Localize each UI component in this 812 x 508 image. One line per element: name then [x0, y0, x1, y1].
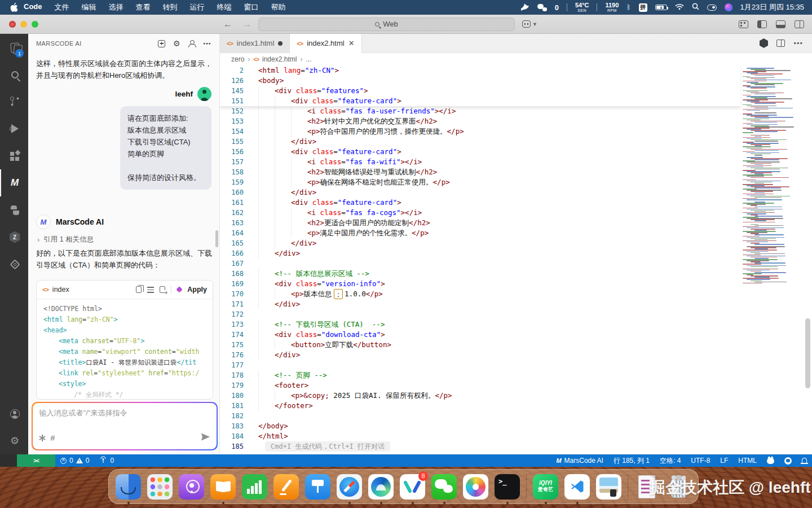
menu-item-4[interactable]: 查看 — [136, 2, 151, 12]
editor-scrollbar[interactable] — [804, 65, 812, 454]
code-line[interactable]: 158<h2>智能网络错误处理与重试机制</h2> — [220, 167, 740, 177]
menu-item-0[interactable]: Code — [24, 2, 42, 12]
dock-item-keynote[interactable] — [305, 474, 330, 500]
code-line[interactable]: 145<div class="features"> — [220, 86, 740, 96]
code-line[interactable]: 169<div class="version-info"> — [220, 279, 740, 289]
code-line[interactable]: 183</body> — [220, 421, 740, 431]
send-icon[interactable] — [201, 432, 210, 444]
reference-toggle[interactable]: › 引用 1 相关信息 — [37, 235, 94, 244]
menu-clock[interactable]: 1月23日 周四 15:35 — [740, 2, 804, 12]
code-line[interactable]: 151<div class="feature-card"> — [220, 96, 740, 106]
close-icon[interactable]: ✕ — [348, 39, 355, 47]
ring-zero-icon[interactable]: 0 — [555, 3, 559, 12]
zoom-window-button[interactable] — [32, 21, 38, 28]
ports-indicator[interactable]: 0 — [94, 456, 119, 465]
copilot-cat-icon[interactable] — [762, 458, 779, 464]
siri-icon[interactable] — [725, 3, 732, 11]
dock-item-numbers[interactable] — [242, 474, 267, 500]
breadcrumb-folder[interactable]: zero — [231, 55, 244, 63]
context-hash-icon[interactable]: # — [51, 433, 55, 443]
control-center-icon[interactable] — [707, 5, 717, 11]
code-line[interactable]: 172 — [220, 309, 740, 319]
code-line[interactable]: 166</div> — [220, 248, 740, 259]
dove-icon[interactable] — [520, 3, 529, 12]
breadcrumb-file[interactable]: index2.html — [262, 55, 297, 63]
code-line[interactable]: 167 — [220, 259, 740, 269]
code-line[interactable]: 176</div> — [220, 350, 740, 360]
dock-item-edge[interactable] — [368, 474, 394, 500]
code-line[interactable]: 180<p>&copy; 2025 口袋AI. 保留所有权利。</p> — [220, 391, 740, 401]
dock-item-podcasts[interactable] — [179, 474, 204, 500]
share-user-icon[interactable] — [188, 40, 195, 47]
status-indentation[interactable]: 空格: 4 — [655, 456, 686, 466]
status-eol[interactable]: LF — [715, 457, 733, 465]
status-encoding[interactable]: UTF-8 — [686, 457, 715, 465]
split-editor-icon[interactable] — [776, 40, 785, 47]
wechat-menu-icon[interactable] — [537, 4, 547, 11]
code-line[interactable]: 173<!-- 下载引导区域 (CTA) --> — [220, 319, 740, 330]
command-center-search[interactable]: Web — [258, 17, 515, 31]
code-line[interactable]: 2<html lang="zh-CN"> — [220, 65, 740, 76]
dock-item-preview[interactable] — [596, 474, 621, 500]
sidebar-item-source-control[interactable] — [0, 88, 28, 115]
tab-index2[interactable]: <> index2.html ✕ — [290, 34, 361, 53]
tab-index1[interactable]: <> index1.html — [220, 34, 290, 52]
manage-button[interactable]: ⚙ — [0, 427, 28, 454]
menu-item-8[interactable]: 窗口 — [244, 2, 259, 12]
code-line[interactable]: 156<div class="feature-card"> — [220, 147, 740, 157]
code-area[interactable]: 2<html lang="zh-CN">126<body>145<div cla… — [220, 65, 812, 454]
code-line[interactable]: 159<p>确保在网络不稳定时也能正常使用。</p> — [220, 177, 740, 187]
menu-item-7[interactable]: 终端 — [217, 2, 232, 12]
menu-item-6[interactable]: 运行 — [190, 2, 205, 12]
battery-icon[interactable] — [655, 5, 667, 10]
wifi-icon[interactable] — [675, 3, 684, 12]
code-line[interactable]: 160</div> — [220, 187, 740, 198]
sidebar-item-marscode[interactable]: M — [0, 169, 28, 196]
code-line[interactable]: 181</footer> — [220, 401, 740, 411]
dock-item-launchpad[interactable] — [147, 474, 173, 500]
spotlight-icon[interactable] — [692, 3, 699, 12]
menu-item-9[interactable]: 帮助 — [271, 2, 286, 12]
problems-indicator[interactable]: 0 0 — [55, 457, 94, 465]
sidebar-item-hexagon-extension[interactable]: Z — [0, 224, 28, 251]
copilot-menu[interactable]: ▼ — [522, 20, 537, 28]
dock-item-photos[interactable] — [463, 474, 488, 500]
sidebar-item-knot-extension[interactable] — [0, 251, 28, 278]
dock-item-wechat[interactable] — [431, 474, 457, 500]
sidebar-item-python[interactable] — [0, 196, 28, 224]
menu-item-3[interactable]: 选择 — [109, 2, 123, 12]
apple-logo-icon[interactable] — [10, 3, 18, 12]
breadcrumb-symbol[interactable]: ... — [306, 55, 311, 63]
extension-circle-icon[interactable] — [779, 457, 797, 465]
code-line[interactable]: 153<h2>针对中文用户优化的交互界面</h2> — [220, 116, 740, 126]
sidebar-item-extensions[interactable] — [0, 142, 28, 169]
sidebar-scrollbar[interactable] — [215, 230, 218, 247]
apply-button[interactable]: Apply — [187, 286, 207, 294]
scrollbar-thumb[interactable] — [805, 318, 810, 388]
bluetooth-icon[interactable]: ᛒ — [626, 3, 630, 11]
menu-item-2[interactable]: 编辑 — [82, 2, 96, 12]
code-line[interactable]: 177 — [220, 360, 740, 370]
code-line[interactable]: 171</div> — [220, 299, 740, 309]
code-line[interactable]: 152<i class="fas fa-user-friends"></i> — [220, 106, 740, 116]
accounts-button[interactable] — [0, 400, 28, 427]
code-line[interactable]: 165</div> — [220, 238, 740, 248]
code-line[interactable]: 154<p>符合中国用户的使用习惯，操作更便捷。</p> — [220, 126, 740, 137]
commands-icon[interactable] — [42, 435, 43, 441]
new-file-icon[interactable] — [160, 286, 165, 293]
code-line[interactable]: 126<body> — [220, 76, 740, 86]
code-line[interactable]: 161<div class="feature-card"> — [220, 198, 740, 208]
dock-item-vscode[interactable] — [564, 474, 590, 500]
insert-code-icon[interactable] — [147, 287, 154, 293]
minimize-window-button[interactable] — [20, 21, 27, 28]
code-line[interactable]: 182 — [220, 411, 740, 421]
status-marscode[interactable]: MMarsCode AI — [551, 457, 608, 465]
code-line[interactable]: 184</html> — [220, 431, 740, 441]
dock-item-books[interactable] — [210, 474, 236, 500]
code-line[interactable]: 163<h2>更适合中国用户的功能定制</h2> — [220, 218, 740, 228]
chat-input[interactable] — [39, 409, 210, 417]
dock-item-terminal[interactable]: >_ — [495, 474, 520, 500]
sidebar-item-search[interactable] — [0, 61, 28, 88]
code-line[interactable]: 174<div class="download-cta"> — [220, 330, 740, 340]
more-actions-icon[interactable]: ⋯ — [203, 41, 211, 46]
